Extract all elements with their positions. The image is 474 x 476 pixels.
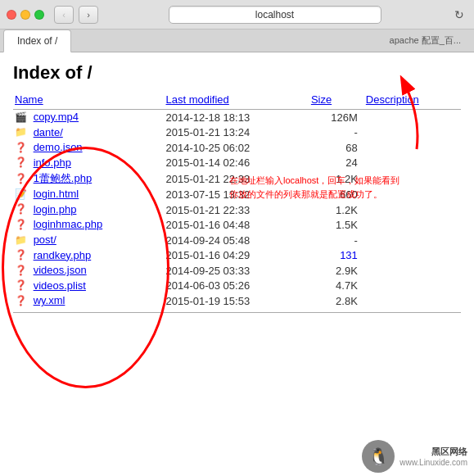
file-description: [364, 233, 461, 248]
tab-apache[interactable]: apache 配置_百...: [380, 29, 471, 52]
file-link[interactable]: wy.xml: [34, 294, 65, 306]
watermark-text-block: 黑区网络 www.Linuxide.com: [400, 446, 467, 467]
table-row: ❓ wy.xml 2015-01-19 15:53 2.8K: [13, 293, 461, 309]
maximize-button[interactable]: [34, 10, 44, 20]
file-name[interactable]: ❓ demo.json: [13, 140, 165, 156]
file-date: 2015-01-16 04:48: [165, 217, 309, 233]
file-description: [364, 263, 461, 279]
table-row: ❓ randkey.php 2015-01-16 04:29 131: [13, 248, 461, 264]
file-icon: ❓: [15, 219, 28, 232]
file-name[interactable]: 🎬 copy.mp4: [13, 110, 165, 125]
file-icon: ❓: [15, 265, 28, 278]
file-link[interactable]: videos.plist: [34, 279, 86, 292]
col-name[interactable]: Name: [13, 92, 165, 110]
table-row: ❓ demo.json 2014-10-25 06:02 68: [13, 140, 461, 156]
file-link[interactable]: copy.mp4: [34, 111, 79, 123]
file-icon: ❓: [15, 249, 28, 262]
watermark-logo: 🐧: [362, 440, 395, 473]
file-size: 2.9K: [309, 263, 364, 279]
file-link[interactable]: demo.json: [34, 141, 83, 153]
reload-button[interactable]: ↻: [451, 7, 467, 23]
file-name[interactable]: 📝 login.html: [13, 187, 165, 202]
content-area: Index of / Name Last modified Size Descr…: [0, 52, 474, 476]
page-title: Index of /: [13, 62, 461, 84]
file-description: [364, 248, 461, 264]
file-name[interactable]: ❓ 1蕾鲍然.php: [13, 170, 165, 187]
tabbar: Index of / apache 配置_百...: [0, 29, 474, 52]
file-link[interactable]: login.html: [34, 188, 79, 200]
tab-index[interactable]: Index of /: [3, 29, 71, 52]
table-row: 🎬 copy.mp4 2014-12-18 18:13 126M: [13, 110, 461, 125]
file-icon: 📁: [15, 126, 28, 139]
file-link[interactable]: info.php: [34, 156, 71, 169]
file-link[interactable]: post/: [34, 233, 56, 246]
table-row: ❓ loginhmac.php 2015-01-16 04:48 1.5K: [13, 217, 461, 233]
file-icon: ❓: [15, 156, 28, 170]
file-name[interactable]: ❓ loginhmac.php: [13, 217, 165, 233]
address-bar[interactable]: localhost: [169, 6, 381, 24]
file-description: [364, 187, 461, 202]
file-date: 2014-09-24 05:48: [165, 233, 309, 248]
file-description: [364, 156, 461, 171]
file-date: 2015-01-21 22:33: [165, 170, 309, 187]
file-name[interactable]: ❓ videos.plist: [13, 279, 165, 294]
file-icon: ❓: [15, 142, 28, 155]
file-name[interactable]: ❓ info.php: [13, 156, 165, 171]
file-date: 2013-07-15 13:32: [165, 187, 309, 202]
col-modified[interactable]: Last modified: [165, 92, 309, 110]
file-name[interactable]: ❓ videos.json: [13, 263, 165, 279]
watermark-site: www.Linuxide.com: [400, 458, 467, 467]
file-link[interactable]: randkey.php: [34, 249, 92, 261]
tab-apache-label: apache 配置_百...: [390, 34, 461, 47]
table-row: ❓ videos.json 2014-09-25 03:33 2.9K: [13, 263, 461, 279]
file-name[interactable]: ❓ wy.xml: [13, 293, 165, 309]
file-icon: ❓: [15, 295, 28, 308]
close-button[interactable]: [7, 10, 16, 20]
file-date: 2015-01-14 02:46: [165, 156, 309, 171]
table-row: 📁 dante/ 2015-01-21 13:24 -: [13, 125, 461, 141]
traffic-lights: [7, 10, 44, 20]
file-size: 660: [309, 187, 364, 202]
table-rule: [13, 312, 461, 313]
file-icon: ❓: [15, 203, 28, 216]
file-size: -: [309, 125, 364, 141]
file-date: 2015-01-19 15:53: [165, 293, 309, 309]
file-name[interactable]: 📁 post/: [13, 233, 165, 248]
table-row: 📝 login.html 2013-07-15 13:32 660: [13, 187, 461, 202]
table-row: ❓ info.php 2015-01-14 02:46 24: [13, 156, 461, 171]
file-link[interactable]: login.php: [34, 203, 77, 215]
file-link[interactable]: dante/: [34, 126, 63, 138]
file-size: 131: [309, 248, 364, 264]
back-button[interactable]: ‹: [54, 6, 74, 24]
file-icon: 📝: [15, 188, 28, 202]
file-size: 1.5K: [309, 217, 364, 233]
table-row: 📁 post/ 2014-09-24 05:48 -: [13, 233, 461, 248]
file-description: [364, 170, 461, 187]
file-link[interactable]: 1蕾鲍然.php: [34, 172, 93, 184]
forward-button[interactable]: ›: [79, 6, 98, 24]
minimize-button[interactable]: [20, 10, 30, 20]
file-description: [364, 140, 461, 156]
file-name[interactable]: ❓ randkey.php: [13, 248, 165, 264]
file-description: [364, 279, 461, 294]
file-size: 68: [309, 140, 364, 156]
table-row: ❓ videos.plist 2014-06-03 05:26 4.7K: [13, 279, 461, 294]
col-description[interactable]: Description: [364, 92, 461, 110]
file-description: [364, 110, 461, 125]
file-link[interactable]: videos.json: [34, 264, 87, 276]
file-icon: ❓: [15, 279, 28, 292]
file-link[interactable]: loginhmac.php: [34, 218, 103, 230]
address-bar-wrap: localhost: [103, 6, 446, 24]
file-icon: 📁: [15, 234, 28, 247]
watermark: 🐧 黑区网络 www.Linuxide.com: [355, 437, 474, 476]
file-size: 2.8K: [309, 293, 364, 309]
file-size: 126M: [309, 110, 364, 125]
forward-icon: ›: [87, 10, 90, 20]
file-name[interactable]: 📁 dante/: [13, 125, 165, 141]
col-size[interactable]: Size: [309, 92, 364, 110]
file-table: Name Last modified Size Description 🎬 co…: [13, 92, 461, 309]
reload-icon: ↻: [454, 8, 464, 21]
file-name[interactable]: ❓ login.php: [13, 202, 165, 218]
file-size: -: [309, 233, 364, 248]
file-description: [364, 293, 461, 309]
